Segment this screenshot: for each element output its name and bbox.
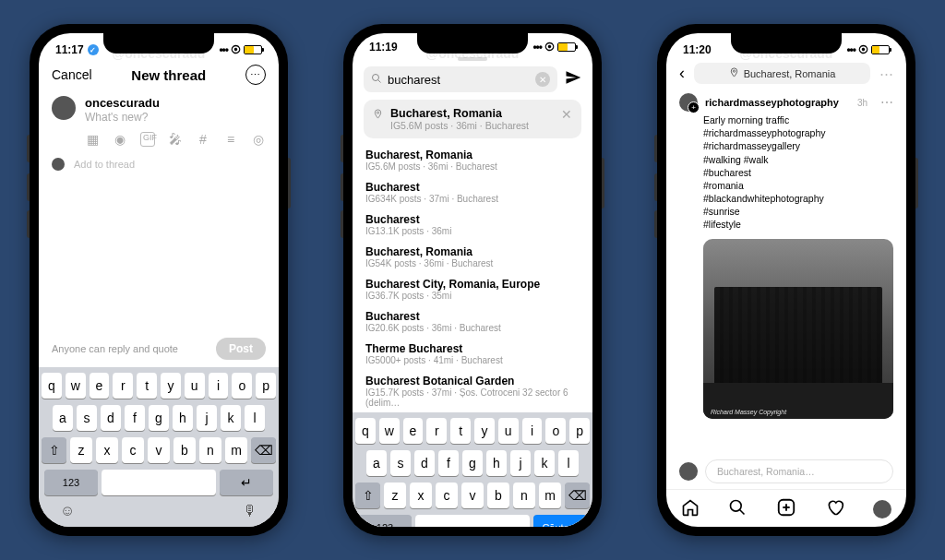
top-suggestion[interactable]: Bucharest, Romania IG5.6M posts · 36mi ·… — [364, 100, 581, 138]
keyboard-return[interactable]: Căutare — [533, 515, 587, 527]
post-more-button[interactable]: ⋯ — [880, 95, 893, 110]
hashtag[interactable]: #richardmasseygallery — [703, 139, 893, 152]
key-r[interactable]: r — [426, 418, 447, 444]
search-result[interactable]: BucharestIG13.1K posts · 36mi — [365, 209, 580, 241]
key-c[interactable]: c — [436, 483, 458, 508]
key-n[interactable]: n — [513, 483, 535, 508]
backspace-key[interactable]: ⌫ — [565, 483, 590, 508]
cancel-button[interactable]: Cancel — [52, 67, 92, 82]
search-result[interactable]: Bucharest City, Romania, EuropeIG36.7K p… — [365, 273, 580, 305]
shift-key[interactable]: ⇧ — [355, 483, 380, 508]
send-icon[interactable] — [565, 69, 581, 89]
key-c[interactable]: c — [122, 437, 144, 463]
image-icon[interactable]: ▦ — [85, 132, 100, 147]
post-username[interactable]: richardmasseyphotography — [705, 97, 839, 108]
key-a[interactable]: a — [366, 450, 387, 476]
more-options-button[interactable]: ⋯ — [245, 65, 266, 85]
search-result[interactable]: Bucharest Botanical GardenIG15.7K posts … — [365, 370, 580, 412]
key-f[interactable]: f — [438, 450, 459, 476]
hashtag[interactable]: #lifestyle — [703, 218, 893, 231]
hashtag[interactable]: #bucharest — [703, 166, 893, 179]
key-m[interactable]: m — [539, 483, 561, 508]
emoji-button[interactable]: ☺ — [60, 503, 75, 519]
post-avatar[interactable] — [679, 93, 698, 112]
search-input[interactable]: bucharest ✕ — [364, 66, 557, 92]
hashtag[interactable]: #richardmasseyphotography — [703, 126, 893, 139]
key-h[interactable]: h — [486, 450, 507, 476]
key-p[interactable]: p — [256, 373, 276, 399]
key-o[interactable]: o — [232, 373, 252, 399]
location-icon[interactable]: ◎ — [251, 132, 266, 147]
key-a[interactable]: a — [53, 405, 73, 431]
drag-handle[interactable] — [458, 57, 487, 61]
key-j[interactable]: j — [510, 450, 531, 476]
key-e[interactable]: e — [403, 418, 424, 444]
post-image[interactable]: Richard Massey Copyright — [703, 239, 893, 419]
key-v[interactable]: v — [461, 483, 484, 508]
post-button[interactable]: Post — [216, 338, 266, 360]
keyboard-return[interactable]: ↵ — [220, 470, 273, 495]
key-w[interactable]: w — [379, 418, 400, 444]
search-result[interactable]: BucharestIG20.6K posts · 36mi · Buchares… — [365, 305, 580, 338]
key-f[interactable]: f — [125, 405, 145, 431]
tab-activity[interactable] — [826, 498, 844, 520]
hashtag[interactable]: #romania — [703, 179, 893, 192]
avatar[interactable] — [52, 96, 76, 120]
key-i[interactable]: i — [209, 373, 229, 399]
backspace-key[interactable]: ⌫ — [251, 437, 276, 463]
composer-input[interactable]: What's new? — [85, 111, 266, 124]
key-n[interactable]: n — [199, 437, 221, 463]
key-v[interactable]: v — [148, 437, 170, 463]
key-u[interactable]: u — [185, 373, 205, 399]
key-r[interactable]: r — [113, 373, 133, 399]
clear-search-button[interactable]: ✕ — [535, 72, 550, 87]
key-y[interactable]: y — [474, 418, 495, 444]
keyboard-numeric[interactable]: 123 — [44, 470, 98, 495]
tab-profile[interactable] — [873, 500, 891, 518]
comment-avatar[interactable] — [679, 462, 698, 481]
key-k[interactable]: k — [221, 405, 241, 431]
keyboard-space[interactable] — [415, 515, 530, 527]
key-t[interactable]: t — [450, 418, 471, 444]
key-i[interactable]: i — [522, 418, 543, 444]
key-j[interactable]: j — [197, 405, 217, 431]
key-h[interactable]: h — [173, 405, 193, 431]
key-u[interactable]: u — [498, 418, 519, 444]
key-l[interactable]: l — [245, 405, 265, 431]
key-p[interactable]: p — [569, 418, 590, 444]
poll-icon[interactable]: ≡ — [223, 132, 238, 147]
camera-icon[interactable]: ◉ — [113, 132, 127, 147]
key-w[interactable]: w — [66, 373, 86, 399]
dictation-button[interactable]: 🎙︎ — [243, 503, 257, 519]
key-d[interactable]: d — [414, 450, 435, 476]
tab-home[interactable] — [681, 498, 700, 520]
gif-icon[interactable]: GIF — [140, 132, 155, 147]
key-d[interactable]: d — [101, 405, 121, 431]
reply-settings[interactable]: Anyone can reply and quote — [52, 343, 178, 354]
hashtag[interactable]: #walking #walk — [703, 153, 893, 166]
search-result[interactable]: Therme BucharestIG5000+ posts · 41mi · B… — [365, 338, 580, 370]
tab-create[interactable] — [776, 497, 796, 521]
hashtag[interactable]: #sunrise — [703, 205, 893, 218]
hashtag[interactable]: #blackandwhitephotography — [703, 192, 893, 205]
key-l[interactable]: l — [558, 450, 579, 476]
keyboard-numeric[interactable]: 123 — [358, 515, 412, 527]
key-m[interactable]: m — [225, 437, 247, 463]
search-result[interactable]: BucharestIG634K posts · 37mi · Bucharest — [365, 176, 580, 209]
key-g[interactable]: g — [149, 405, 169, 431]
mic-icon[interactable]: 🎤︎ — [168, 132, 183, 147]
location-pill[interactable]: Bucharest, Romania — [694, 63, 870, 84]
add-to-thread[interactable]: Add to thread — [39, 149, 279, 180]
dismiss-suggestion-button[interactable]: ✕ — [561, 107, 572, 122]
search-result[interactable]: Bucharest, RomaniaIG5.6M posts · 36mi · … — [365, 144, 580, 176]
key-k[interactable]: k — [534, 450, 555, 476]
key-s[interactable]: s — [77, 405, 97, 431]
back-button[interactable]: ‹ — [679, 64, 685, 83]
key-o[interactable]: o — [545, 418, 566, 444]
key-x[interactable]: x — [96, 437, 118, 463]
hashtag-icon[interactable]: # — [196, 132, 210, 147]
key-y[interactable]: y — [161, 373, 181, 399]
key-t[interactable]: t — [137, 373, 157, 399]
key-b[interactable]: b — [487, 483, 509, 508]
key-g[interactable]: g — [462, 450, 483, 476]
